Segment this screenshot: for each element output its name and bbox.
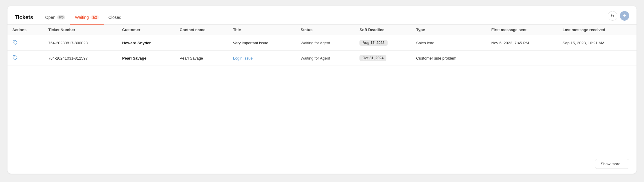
cell-status: Waiting for Agent [296, 35, 355, 51]
header-row: ActionsTicket NumberCustomerContact name… [7, 25, 637, 35]
add-icon: + [623, 13, 626, 19]
tab-badge-waiting: 2/2 [90, 15, 99, 19]
col-header-status: Status [296, 25, 355, 35]
svg-point-1 [14, 56, 14, 57]
header: Tickets Open0/0Waiting2/2Closed ↻ + [7, 6, 637, 25]
cell-customer: Howard Snyder [117, 35, 175, 51]
refresh-button[interactable]: ↻ [608, 11, 617, 21]
status-text: Waiting for Agent [300, 41, 330, 45]
page-title: Tickets [15, 14, 33, 21]
svg-point-0 [14, 41, 14, 42]
tickets-panel: Tickets Open0/0Waiting2/2Closed ↻ + Acti… [7, 6, 637, 174]
cell-last-message-received [558, 51, 637, 66]
cell-title: Login issue [228, 51, 296, 66]
tab-open[interactable]: Open0/0 [40, 11, 70, 25]
cell-contact-name [175, 35, 228, 51]
cell-customer: Pearl Savage [117, 51, 175, 66]
tab-badge-open: 0/0 [57, 15, 65, 19]
cell-type: Sales lead [411, 35, 486, 51]
cell-last-message-received: Sep 15, 2023, 10:21 AM [558, 35, 637, 51]
cell-soft-deadline: Aug 17, 2023 [355, 35, 411, 51]
ticket-title-link[interactable]: Login issue [233, 56, 253, 60]
col-header-actions: Actions [7, 25, 43, 35]
col-header-customer: Customer [117, 25, 175, 35]
cell-ticket-number: 764-20241031-812597 [43, 51, 117, 66]
col-header-title: Title [228, 25, 296, 35]
col-header-last_message_received: Last message received [558, 25, 637, 35]
tabs: Open0/0Waiting2/2Closed [40, 11, 126, 24]
add-ticket-button[interactable]: + [620, 11, 629, 21]
tab-closed[interactable]: Closed [104, 11, 126, 25]
cell-contact-name: Pearl Savage [175, 51, 228, 66]
customer-name: Howard Snyder [122, 41, 151, 45]
cell-actions [7, 35, 43, 51]
tag-icon[interactable] [12, 41, 18, 46]
col-header-ticket_number: Ticket Number [43, 25, 117, 35]
show-more-button[interactable]: Show more... [595, 159, 629, 169]
cell-ticket-number: 764-20230817-800823 [43, 35, 117, 51]
deadline-badge: Aug 17, 2023 [359, 40, 387, 46]
footer: Show more... [595, 159, 629, 169]
status-text: Waiting for Agent [300, 56, 330, 60]
col-header-soft_deadline: Soft Deadline [355, 25, 411, 35]
tab-waiting[interactable]: Waiting2/2 [70, 11, 103, 25]
col-header-type: Type [411, 25, 486, 35]
table-row: 764-20230817-800823Howard SnyderVery imp… [7, 35, 637, 51]
cell-title: Very important issue [228, 35, 296, 51]
tickets-table: ActionsTicket NumberCustomerContact name… [7, 25, 637, 66]
tab-label-closed: Closed [108, 15, 122, 20]
cell-type: Customer side problem [411, 51, 486, 66]
col-header-first_message_sent: First message sent [486, 25, 558, 35]
table-header: ActionsTicket NumberCustomerContact name… [7, 25, 637, 35]
tag-icon[interactable] [12, 56, 18, 61]
tab-label-open: Open [45, 15, 55, 20]
table-body: 764-20230817-800823Howard SnyderVery imp… [7, 35, 637, 66]
cell-soft-deadline: Oct 31, 2024 [355, 51, 411, 66]
col-header-contact_name: Contact name [175, 25, 228, 35]
refresh-icon: ↻ [611, 13, 614, 18]
header-actions: ↻ + [608, 11, 629, 24]
cell-status: Waiting for Agent [296, 51, 355, 66]
table-row: 764-20241031-812597Pearl SavagePearl Sav… [7, 51, 637, 66]
cell-actions [7, 51, 43, 66]
cell-first-message-sent: Nov 6, 2023, 7:45 PM [486, 35, 558, 51]
deadline-badge: Oct 31, 2024 [359, 55, 386, 61]
cell-first-message-sent [486, 51, 558, 66]
tab-label-waiting: Waiting [75, 15, 89, 20]
customer-name: Pearl Savage [122, 56, 146, 60]
